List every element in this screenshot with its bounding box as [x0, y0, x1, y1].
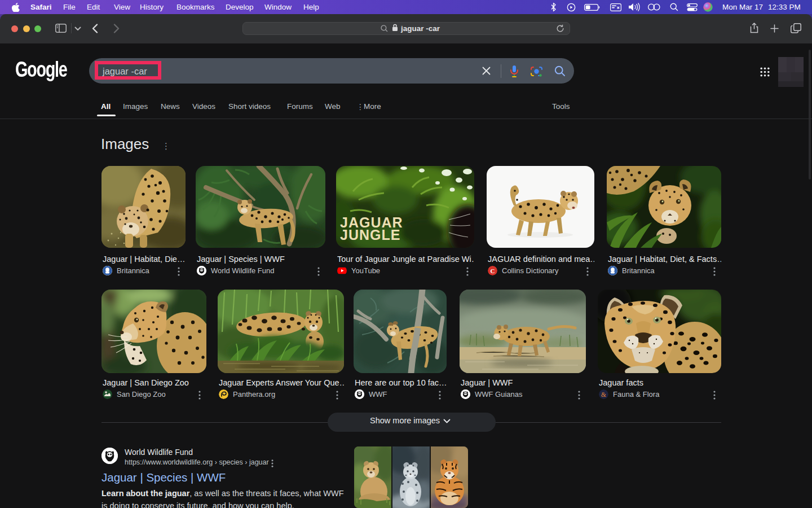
svg-text:JUNGLE: JUNGLE	[340, 227, 400, 243]
svg-text:&: &	[601, 391, 606, 398]
svg-text:C: C	[491, 268, 495, 274]
